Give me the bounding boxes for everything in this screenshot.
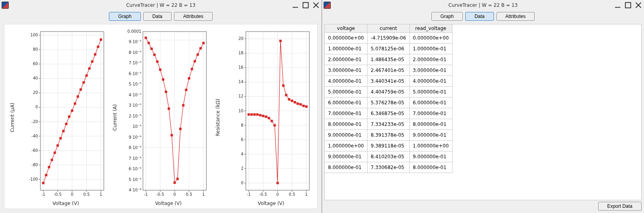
tab-attributes[interactable]: Attributes: [174, 12, 213, 21]
tab-data[interactable]: Data: [465, 12, 494, 21]
svg-rect-178: [256, 113, 258, 115]
svg-rect-123: [197, 54, 199, 56]
svg-text:7·10⁻⁶: 7·10⁻⁶: [129, 156, 142, 161]
table-cell: 8.000000e-01: [325, 119, 367, 130]
table-row[interactable]: 1.000000e-015.078125e-061.000000e-01: [325, 44, 452, 54]
table-cell: 8.391378e-05: [367, 130, 409, 141]
svg-rect-114: [171, 134, 173, 136]
table-cell: 3.440341e-05: [367, 76, 409, 87]
data-view: voltagecurrentread_voltage 0.000000e+00-…: [322, 24, 644, 213]
table-row[interactable]: 2.000000e-011.486435e-052.000000e-01: [325, 54, 452, 65]
svg-rect-195: [305, 106, 307, 107]
svg-rect-65: [85, 75, 87, 77]
titlebar: CurveTracer | W = 22 B = 13: [322, 0, 644, 10]
svg-rect-118: [182, 104, 184, 106]
svg-rect-105: [145, 37, 147, 39]
tab-data[interactable]: Data: [143, 12, 172, 21]
table-cell: 3.000000e-01: [325, 65, 367, 76]
svg-rect-51: [45, 174, 47, 176]
data-table: voltagecurrentread_voltage 0.000000e+00-…: [325, 24, 452, 173]
table-row[interactable]: 1.000000e+009.389118e-051.000000e+00: [325, 141, 452, 151]
svg-text:9·10⁻⁶: 9·10⁻⁶: [129, 135, 142, 139]
svg-rect-111: [162, 78, 164, 80]
svg-text:4·10⁻⁶: 4·10⁻⁶: [129, 188, 142, 192]
table-cell: 0.000000e+00: [325, 33, 367, 44]
tab-graph[interactable]: Graph: [431, 12, 463, 21]
table-cell: 2.000000e-01: [325, 54, 367, 65]
svg-rect-124: [200, 47, 202, 49]
svg-rect-56: [59, 137, 61, 139]
close-button[interactable]: [313, 2, 319, 8]
table-row[interactable]: 7.000000e-016.346875e-057.000000e-01: [325, 108, 452, 119]
svg-rect-63: [80, 88, 82, 90]
tab-attributes[interactable]: Attributes: [496, 12, 535, 21]
svg-text:0: 0: [276, 192, 279, 197]
svg-text:-80: -80: [32, 163, 38, 167]
svg-rect-179: [259, 114, 261, 116]
svg-text:2: 2: [241, 166, 243, 171]
svg-text:0.5: 0.5: [289, 192, 295, 197]
table-row[interactable]: 9.000000e-018.391378e-059.000000e-01: [325, 130, 452, 141]
svg-text:100: 100: [30, 33, 38, 37]
table-row[interactable]: 5.000000e-014.404759e-055.000000e-01: [325, 87, 452, 98]
svg-text:16: 16: [238, 65, 243, 70]
table-row[interactable]: 0.000000e+00-4.715909e-060.000000e+00: [325, 33, 452, 44]
svg-text:18: 18: [238, 51, 243, 55]
table-cell: 9.000000e-01: [325, 130, 367, 141]
svg-text:4: 4: [241, 152, 243, 156]
table-row[interactable]: 6.000000e-015.376278e-056.000000e-01: [325, 98, 452, 108]
chart-iv[interactable]: Current (µA) -1-0.500.51-100-80-60-40-20…: [7, 28, 109, 206]
svg-rect-191: [294, 101, 296, 103]
ylabel: Resistance (kΩ): [215, 99, 221, 136]
svg-rect-186: [279, 40, 281, 42]
svg-rect-50: [42, 182, 44, 184]
svg-rect-113: [168, 107, 170, 109]
svg-rect-181: [265, 115, 267, 117]
minimize-button[interactable]: [292, 2, 298, 8]
table-cell: 2.000000e-01: [409, 54, 452, 65]
svg-rect-192: [296, 103, 298, 105]
column-header[interactable]: read_voltage: [409, 24, 452, 33]
data-table-scroll[interactable]: voltagecurrentread_voltage 0.000000e+00-…: [324, 24, 642, 200]
table-row[interactable]: 8.000000e-017.330682e-058.000000e-01: [325, 162, 452, 173]
table-cell: 5.376278e-05: [367, 98, 409, 108]
svg-text:-0.5: -0.5: [259, 192, 267, 197]
table-cell: 4.404759e-05: [367, 87, 409, 98]
table-cell: 1.000000e-01: [325, 44, 367, 54]
chart-rv[interactable]: Resistance (kΩ) -1-0.500.510246810121416…: [212, 28, 315, 206]
svg-rect-52: [48, 166, 50, 168]
svg-rect-120: [188, 78, 190, 80]
table-row[interactable]: 9.000000e-018.410203e-059.000000e-01: [325, 151, 452, 162]
chart-log-iv[interactable]: Current (A) -1-0.500.510.00019·10⁻⁵8·10⁻…: [109, 28, 212, 206]
table-cell: 9.000000e-01: [409, 151, 452, 162]
column-header[interactable]: voltage: [325, 24, 367, 33]
svg-rect-190: [291, 100, 293, 102]
tab-graph[interactable]: Graph: [109, 12, 140, 21]
svg-text:8·10⁻⁶: 8·10⁻⁶: [129, 145, 142, 150]
svg-text:0: 0: [174, 192, 176, 197]
window-title: CurveTracer | W = 22 B = 13: [0, 2, 322, 8]
table-cell: 5.000000e-01: [325, 87, 367, 98]
svg-text:-100: -100: [29, 177, 38, 181]
svg-text:0.0001: 0.0001: [127, 29, 141, 34]
svg-rect-175: [248, 113, 250, 115]
maximize-button[interactable]: [302, 2, 309, 8]
close-button[interactable]: [635, 2, 642, 8]
column-header[interactable]: current: [367, 24, 409, 33]
minimize-button[interactable]: [614, 2, 621, 8]
table-row[interactable]: 4.000000e-013.440341e-054.000000e-01: [325, 76, 452, 87]
table-cell: 5.078125e-06: [367, 44, 409, 54]
table-row[interactable]: 3.000000e-012.467401e-053.000000e-01: [325, 65, 452, 76]
svg-rect-194: [302, 105, 304, 107]
export-data-button[interactable]: Export Data: [598, 202, 642, 211]
maximize-button[interactable]: [625, 2, 631, 8]
table-cell: 8.000000e-01: [325, 162, 367, 173]
tabs-bar: Graph Data Attributes: [322, 10, 644, 24]
svg-text:40: 40: [33, 76, 38, 80]
svg-rect-119: [185, 89, 187, 91]
svg-text:1: 1: [202, 192, 205, 197]
table-row[interactable]: 8.000000e-017.334233e-058.000000e-01: [325, 119, 452, 130]
table-cell: 7.334233e-05: [367, 119, 409, 130]
table-cell: 8.000000e-01: [409, 119, 452, 130]
svg-text:8·10⁻⁵: 8·10⁻⁵: [129, 50, 142, 55]
